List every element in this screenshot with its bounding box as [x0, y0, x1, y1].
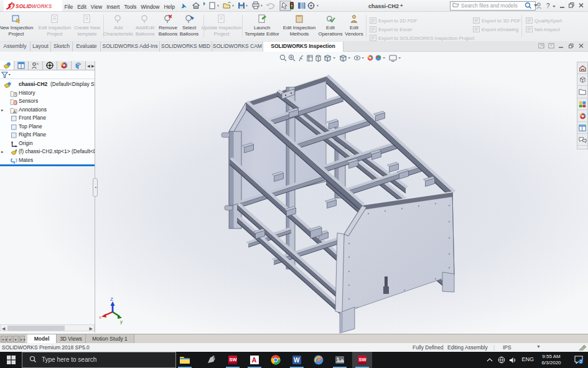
svg-text:A: A [252, 356, 257, 364]
svg-text:y: y [120, 319, 123, 324]
svg-text:WORKS: WORKS [32, 4, 52, 9]
svg-text:Z: Z [110, 296, 113, 302]
svg-text:A: A [13, 110, 16, 114]
svg-text:?: ? [546, 2, 550, 9]
svg-text:W: W [294, 357, 300, 364]
svg-text:2: 2 [580, 359, 582, 364]
svg-text:SOLID: SOLID [16, 4, 32, 9]
svg-text:x: x [99, 314, 101, 320]
svg-text:SW: SW [230, 357, 238, 362]
svg-text:6: 6 [212, 355, 215, 359]
svg-text:SW: SW [359, 357, 367, 362]
